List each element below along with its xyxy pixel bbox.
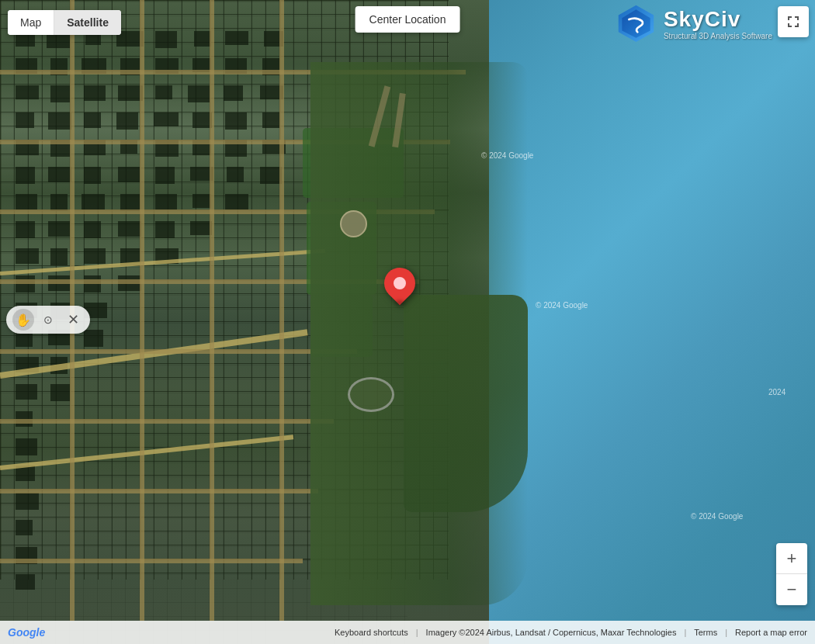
bottom-bar: Google Keyboard shortcuts | Imagery ©202… — [0, 621, 815, 644]
building-block — [16, 113, 34, 128]
zoom-out-button[interactable]: − — [776, 574, 807, 605]
imagery-credit: Imagery ©2024 Airbus, Landsat / Copernic… — [426, 628, 677, 637]
skyciv-text-area: SkyCiv Structural 3D Analysis Software — [664, 7, 772, 40]
road — [0, 489, 318, 493]
building-block — [225, 194, 248, 209]
building-block — [16, 221, 35, 238]
building-block — [16, 248, 39, 264]
building-block — [118, 167, 140, 182]
building-block — [155, 85, 172, 99]
pin-head — [378, 261, 422, 306]
building-block — [84, 113, 101, 128]
road — [140, 0, 144, 621]
building-block — [84, 167, 101, 184]
building-block — [16, 574, 35, 590]
building-block — [155, 221, 175, 238]
building-block — [155, 194, 177, 209]
building-block — [188, 85, 210, 102]
building-block — [84, 275, 101, 293]
google-logo: Google — [8, 626, 45, 639]
monument — [340, 210, 367, 237]
road — [279, 0, 284, 621]
plus-icon: ✕ — [68, 311, 79, 328]
circle-cursor-button[interactable]: ⊙ — [37, 309, 59, 331]
building-block — [16, 85, 39, 99]
building-block — [84, 85, 106, 101]
building-block — [227, 167, 244, 182]
building-block — [16, 438, 37, 455]
map-type-controls: Map Satellite — [8, 10, 121, 35]
building-block — [154, 113, 179, 126]
building-block — [116, 113, 138, 130]
road — [0, 349, 357, 354]
stadium — [348, 377, 394, 412]
building-block — [50, 384, 70, 401]
skyciv-brand-name: SkyCiv — [664, 7, 772, 32]
building-block — [48, 167, 71, 182]
skyciv-icon-svg — [615, 4, 657, 43]
keyboard-shortcuts-link[interactable]: Keyboard shortcuts — [335, 628, 408, 637]
building-block — [118, 221, 141, 237]
terms-link[interactable]: Terms — [694, 628, 717, 637]
report-error-link[interactable]: Report a map error — [735, 628, 807, 637]
building-block — [16, 275, 35, 293]
building-block — [84, 221, 101, 238]
building-block — [16, 493, 39, 510]
road — [0, 419, 334, 424]
peninsula — [404, 295, 528, 512]
skyciv-logo: SkyCiv Structural 3D Analysis Software — [615, 4, 772, 43]
road — [210, 0, 214, 621]
circle-icon: ⊙ — [43, 313, 53, 326]
hand-icon: ✋ — [16, 313, 31, 327]
building-block — [260, 167, 282, 184]
map-container[interactable]: © 2024 Google © 2024 Google © 2024 Googl… — [0, 0, 815, 644]
building-block — [16, 384, 37, 400]
building-block — [120, 194, 140, 211]
skyciv-tagline-text: Structural 3D Analysis Software — [664, 32, 772, 40]
building-block — [225, 113, 247, 130]
building-block — [16, 167, 35, 184]
building-block — [192, 194, 211, 208]
building-block — [262, 113, 279, 128]
building-block — [16, 520, 33, 535]
map-cursor-controls: ✋ ⊙ ✕ — [6, 306, 90, 334]
map-type-map-button[interactable]: Map — [8, 10, 54, 35]
building-block — [84, 330, 103, 347]
building-block — [16, 194, 37, 209]
map-marker[interactable] — [384, 268, 415, 306]
map-type-satellite-button[interactable]: Satellite — [54, 10, 121, 35]
building-block — [50, 194, 68, 211]
building-block — [190, 221, 212, 235]
building-block — [48, 221, 70, 237]
fullscreen-icon — [786, 14, 801, 29]
zoom-in-button[interactable]: + — [776, 543, 807, 574]
building-block — [84, 248, 106, 264]
fullscreen-button[interactable] — [778, 6, 809, 37]
building-block — [82, 194, 105, 209]
hand-cursor-button[interactable]: ✋ — [12, 309, 34, 331]
building-block — [50, 85, 70, 102]
road — [0, 559, 303, 563]
building-block — [224, 85, 243, 101]
bottom-links: Keyboard shortcuts | Imagery ©2024 Airbu… — [335, 628, 807, 637]
plus-cursor-button[interactable]: ✕ — [62, 309, 84, 331]
center-location-button[interactable]: Center Location — [355, 6, 460, 33]
building-block — [50, 248, 68, 265]
building-block — [48, 113, 71, 130]
zoom-controls: + − — [776, 543, 807, 605]
building-block — [155, 167, 175, 184]
pin-shadow — [395, 300, 404, 305]
